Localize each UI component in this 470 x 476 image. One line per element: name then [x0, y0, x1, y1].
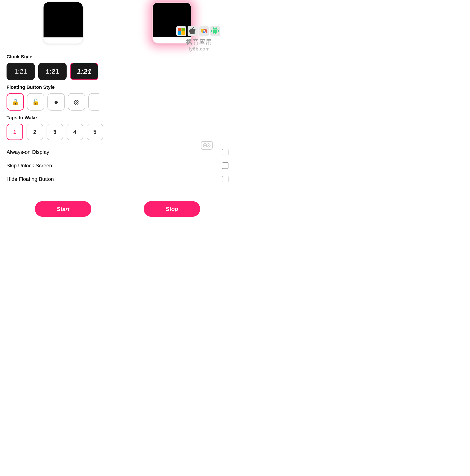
clock-option-3[interactable]: 1:21: [70, 63, 98, 80]
floating-button-style-label: Floating Button Style: [6, 85, 229, 90]
float-option-circle-filled[interactable]: ●: [48, 93, 65, 111]
clock-option-2[interactable]: 1:21: [38, 63, 67, 80]
tap-option-4[interactable]: 4: [67, 124, 83, 140]
lock-filled-icon: 🔒: [12, 98, 19, 105]
svg-rect-3: [182, 31, 185, 34]
clock-time-3: 1:21: [77, 67, 92, 76]
svg-rect-2: [178, 31, 181, 34]
unlock-label-left: UNLOCK: [57, 37, 69, 40]
partial-icon: |: [93, 100, 94, 104]
skip-unlock-screen-row: Skip Unlock Screen: [6, 159, 229, 172]
always-on-display-row: Always-on Display: [6, 145, 229, 159]
tap-option-2[interactable]: 2: [27, 124, 43, 140]
stop-button[interactable]: Stop: [144, 201, 200, 217]
always-on-display-label: Always-on Display: [6, 149, 49, 155]
start-button[interactable]: Start: [35, 201, 91, 217]
taps-to-wake-label: Taps to Wake: [6, 115, 229, 120]
privacy-mask-icon: [200, 145, 213, 154]
floating-btn-row: 🔒 🔓 ● ◎ |: [6, 93, 229, 111]
float-option-circle-ring[interactable]: ◎: [68, 93, 85, 111]
clock-time-2: 1:21: [46, 68, 59, 75]
tap-value-2: 2: [33, 129, 36, 135]
watermark-en: fy6b.com: [176, 46, 222, 52]
tap-value-5: 5: [93, 129, 96, 135]
tap-value-4: 4: [73, 129, 76, 135]
skip-unlock-screen-label: Skip Unlock Screen: [6, 163, 52, 169]
float-option-partial[interactable]: |: [88, 93, 99, 111]
clock-time-1: 1:21: [14, 68, 27, 75]
float-option-lock-outline[interactable]: 🔓: [27, 93, 44, 111]
taps-row: 1 2 3 4 5: [6, 124, 229, 140]
lock-outline-icon: 🔓: [32, 98, 40, 105]
privacy-icon-area: [200, 139, 213, 154]
tap-value-3: 3: [53, 129, 56, 135]
main-content: Clock Style 1:21 1:21 1:21 Floating Butt…: [0, 48, 235, 192]
wm-icon-android: [210, 26, 220, 36]
clock-style-row: 1:21 1:21 1:21: [6, 63, 229, 80]
svg-point-11: [208, 145, 209, 146]
bottom-buttons: Start Stop: [0, 195, 235, 223]
watermark-area: 枫音应用 fy6b.com: [176, 26, 222, 52]
phone-preview-left: UNLOCK: [44, 2, 83, 44]
phone-frame-left: UNLOCK: [44, 2, 83, 44]
circle-filled-icon: ●: [54, 98, 59, 106]
wm-icon-chrome: [199, 26, 209, 36]
always-on-display-checkbox[interactable]: [222, 149, 229, 155]
hide-floating-button-row: Hide Floating Button: [6, 172, 229, 186]
unlock-label-right: UNLOCK: [166, 36, 178, 39]
phone-screen-left: [44, 2, 83, 37]
circle-ring-icon: ◎: [74, 98, 79, 106]
hide-floating-button-label: Hide Floating Button: [6, 176, 54, 182]
watermark-zh: 枫音应用: [176, 38, 222, 46]
clock-style-label: Clock Style: [6, 54, 229, 60]
hide-floating-button-checkbox[interactable]: [222, 176, 229, 182]
skip-unlock-screen-checkbox[interactable]: [222, 162, 229, 169]
watermark-icons: [176, 26, 222, 36]
svg-point-10: [204, 145, 206, 146]
tap-option-5[interactable]: 5: [87, 124, 103, 140]
tap-option-1[interactable]: 1: [6, 124, 23, 140]
wm-icon-windows: [176, 26, 186, 36]
float-option-lock-filled[interactable]: 🔒: [6, 93, 24, 111]
clock-option-1[interactable]: 1:21: [6, 63, 35, 80]
tap-option-3[interactable]: 3: [47, 124, 63, 140]
wm-icon-apple: [187, 26, 198, 36]
svg-rect-1: [182, 28, 185, 31]
svg-rect-0: [178, 28, 181, 31]
tap-value-1: 1: [13, 129, 16, 135]
